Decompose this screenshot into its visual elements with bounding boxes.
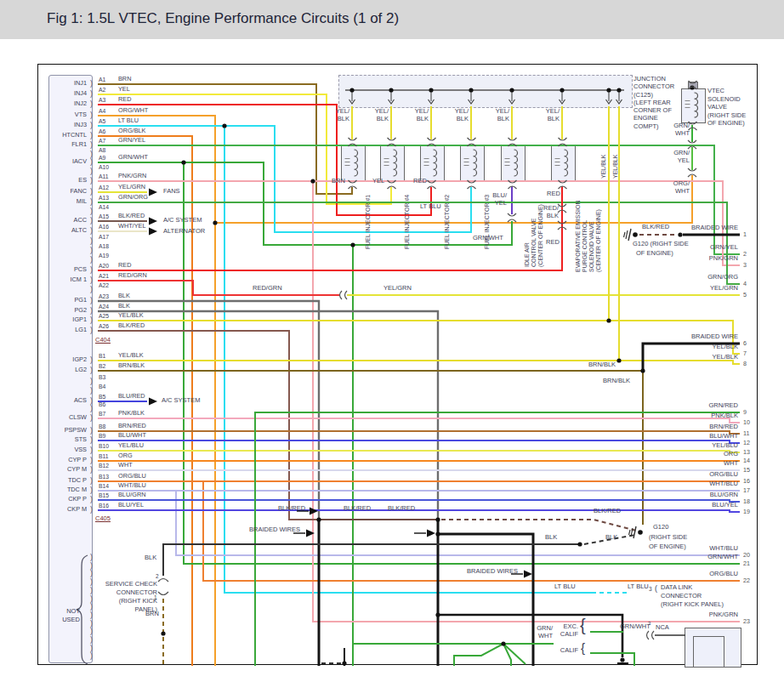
diagram-label: BLK/RED: [642, 224, 669, 231]
ecm-pin-function: FLR1: [36, 141, 87, 149]
pin-arc-icon: ): [90, 285, 93, 293]
screenshot-root: Fig 1: 1.5L VTEC, Engine Performance Cir…: [0, 0, 784, 682]
diagram-label: RED: [546, 239, 560, 247]
wire-color-label: YEL/BLK: [612, 126, 619, 179]
pin-wire-color: YEL/BLU: [118, 442, 144, 450]
ecm-pin-function: INJ3: [36, 122, 87, 129]
diagram-label: OF ENGINE): [636, 250, 673, 258]
pin-id: B2: [99, 363, 105, 371]
terminal-wire-label: GRN/RED: [653, 402, 738, 410]
diagram-label: RED/ BLK: [538, 205, 559, 219]
ecm-pin-function: HTCNTL: [36, 132, 87, 139]
pin-id: A12: [99, 185, 109, 192]
fuel-injector-4-label: FUEL INJECTOR #4: [404, 143, 411, 249]
pin-id: B8: [99, 423, 105, 431]
terminal-number: 21: [743, 560, 750, 568]
diagram-label: {: [580, 622, 586, 629]
pin-id: A21: [99, 273, 109, 281]
terminal-wire-label: BLU/WHT: [653, 433, 738, 440]
terminal-wire-label: ORG/BLU: [653, 571, 738, 578]
diagram-label: 3: [649, 586, 652, 594]
pin-id: A20: [99, 263, 109, 270]
diagram-label: BLK: [545, 534, 557, 542]
pin-id: A2: [99, 87, 105, 94]
diagram-label: DATA LINK CONNECTOR (RIGHT KICK PANEL): [661, 583, 724, 609]
terminal-wire-label: ORG/BLU: [653, 471, 738, 479]
terminal-number: 12: [743, 440, 750, 447]
ecm-pin-function: TDC P: [36, 477, 87, 485]
pin-wire-color: GRN/YEL: [118, 137, 145, 145]
pin-arc-icon: ): [90, 216, 93, 224]
pin-wire-color: YEL: [118, 86, 130, 94]
pin-id: B16: [99, 503, 109, 510]
diagram-label: BLU/ YEL: [485, 192, 507, 207]
pin-id: B11: [99, 453, 109, 461]
diagram-label: OF ENGINE): [649, 543, 686, 551]
pin-wire-color: BLK/RED: [118, 213, 145, 220]
pin-arc-icon: ): [90, 265, 93, 274]
pin-wire-color: WHT/BLU: [118, 482, 146, 490]
terminal-wire-label: GRN/ORG: [653, 274, 738, 281]
ecm-pin-function: VSS: [36, 446, 87, 454]
pin-wire-color: BLU/YEL: [118, 502, 144, 509]
terminal-number: 3: [743, 262, 747, 270]
pin-arc-icon: ): [90, 505, 93, 514]
ecm-pin-function: TDC M: [36, 486, 87, 494]
connector-ref: C405: [95, 515, 111, 523]
pin-wire-color: BLK: [118, 303, 130, 310]
diagram-label: EXC. CALIF: [554, 623, 578, 638]
ecm-pin-function: INJ4: [36, 90, 87, 98]
pin-arc-icon: ): [90, 79, 93, 88]
diagram-label: FANS: [163, 188, 180, 196]
terminal-number: 1: [743, 231, 747, 239]
pin-arc-icon: ): [90, 435, 93, 444]
ecm-pin-function: CKP P: [36, 496, 87, 503]
idle-air-control-valve: [501, 145, 526, 182]
pin-wire-color: ORG/BLK: [118, 128, 145, 135]
diagram-label: G120: [653, 524, 668, 531]
pin-wire-color: YEL/BLK: [118, 352, 144, 360]
diagram-label: {: [581, 645, 585, 652]
terminal-number: 23: [743, 618, 750, 626]
diagram-label: GRN/ WHT: [529, 625, 553, 639]
pin-id: A5: [99, 118, 105, 126]
wire-color-label: YEL/BLK: [600, 126, 607, 179]
unused-pin-arc-icon: ): [90, 635, 93, 644]
diagram-label: BRN: [145, 611, 159, 618]
junction-wire-color: YEL/ BLK: [329, 108, 349, 122]
pin-wire-color: PNK/GRN: [118, 173, 146, 180]
pin-arc-icon: ): [90, 255, 93, 264]
not-used-label: NOT USED: [53, 607, 80, 624]
pin-arc-icon: ): [90, 207, 93, 215]
pin-id: B4: [99, 384, 105, 391]
fuel-injector-3: [460, 145, 485, 182]
terminal-wire-label: BRAIDED WIRE: [653, 333, 738, 341]
pin-id: B12: [99, 463, 109, 470]
diagram-label: GRN/ WHT: [668, 122, 690, 137]
ecm-pin-function: IGP2: [36, 356, 87, 364]
diagram-label: BLK/RED: [344, 505, 371, 513]
pin-arc-icon: ): [90, 413, 93, 422]
terminal-number: 8: [743, 361, 747, 368]
pin-wire-color: WHT: [118, 462, 133, 469]
ecm-pin-function: CLSW: [36, 414, 87, 422]
diagram-label: BLK: [145, 554, 156, 562]
terminal-wire-label: YEL/BLK: [653, 344, 738, 351]
diagram-label: LT BLU: [420, 203, 441, 211]
ecm-pin-function: CYP P: [36, 457, 87, 464]
terminal-number: 13: [743, 449, 750, 457]
terminal-wire-label: GRN/WHT: [653, 554, 738, 561]
diagram-label: BLK/RED: [388, 505, 415, 513]
ecm-pin-function: CKP M: [36, 506, 87, 514]
pin-arc-icon: ): [90, 446, 93, 454]
unused-pin-arc-icon: ): [90, 561, 93, 570]
diagram-label: SERVICE CHECK CONNECTOR (RIGHT KICK PANE…: [85, 580, 157, 614]
unused-pin-arc-icon: ): [90, 651, 93, 660]
pin-wire-color: BLK: [118, 293, 130, 300]
terminal-number: 7: [743, 350, 747, 358]
pin-wire-color: RED/GRN: [118, 272, 147, 280]
pin-id: B1: [99, 353, 105, 361]
terminal-number: 20: [743, 552, 750, 560]
terminal-number: 2: [743, 251, 747, 259]
pin-arc-icon: ): [90, 426, 93, 435]
